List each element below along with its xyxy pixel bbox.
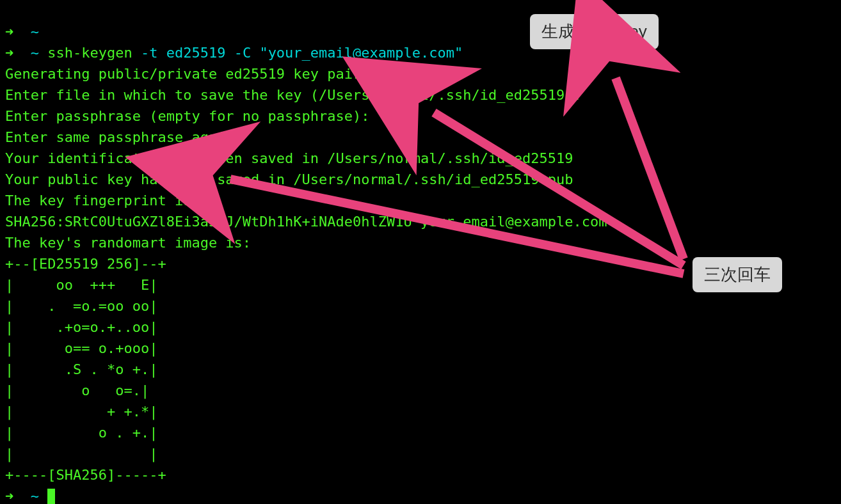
randomart-line: | .+o=o.+..oo| <box>5 319 157 335</box>
annotation-generate-ssh-key: 生成 SSH Key <box>530 14 659 49</box>
randomart-line: +----[SHA256]-----+ <box>5 467 166 483</box>
prompt-line-end: ➜ ~ <box>5 488 55 504</box>
randomart-line: | o== o.+ooo| <box>5 340 157 356</box>
randomart-line: | | <box>5 446 157 462</box>
output-line: Your public key has been saved in /Users… <box>5 171 573 187</box>
prompt-cwd: ~ <box>31 488 39 504</box>
command-name: ssh-keygen <box>47 45 132 61</box>
randomart-line: | .S . *o +.| <box>5 361 157 377</box>
output-line: Enter file in which to save the key (/Us… <box>5 87 582 103</box>
prompt-arrow-icon: ➜ <box>5 488 13 504</box>
randomart-line: | oo +++ E| <box>5 277 157 293</box>
prompt-cwd: ~ <box>31 45 39 61</box>
randomart-line: +--[ED25519 256]--+ <box>5 256 166 272</box>
annotation-press-enter-three-times: 三次回车 <box>693 257 782 292</box>
prompt-arrow-icon: ➜ <box>5 24 13 40</box>
prompt-cwd: ~ <box>31 24 39 40</box>
output-line: Enter passphrase (empty for no passphras… <box>5 108 370 124</box>
randomart-line: | o . +.| <box>5 425 157 441</box>
output-line: Your identification has been saved in /U… <box>5 150 573 166</box>
randomart-line: | o o=.| <box>5 382 149 398</box>
output-line: SHA256:SRtC0UtuGXZl8Ei3a5xJ/WtDh1hK+iNAd… <box>5 214 607 230</box>
output-line: Generating public/private ed25519 key pa… <box>5 66 370 82</box>
command-args: -t ed25519 -C "your_email@example.com" <box>132 45 463 61</box>
output-line: The key's randomart image is: <box>5 235 251 251</box>
cursor-icon <box>47 489 55 504</box>
prompt-line-0: ➜ ~ <box>5 24 39 40</box>
randomart-line: | . =o.=oo oo| <box>5 298 157 314</box>
command-line: ➜ ~ ssh-keygen -t ed25519 -C "your_email… <box>5 45 463 61</box>
output-line: The key fingerprint is: <box>5 193 200 209</box>
output-line: Enter same passphrase again: <box>5 129 243 145</box>
randomart-line: | + +.*| <box>5 404 157 420</box>
prompt-arrow-icon: ➜ <box>5 45 13 61</box>
terminal[interactable]: ➜ ~ ➜ ~ ssh-keygen -t ed25519 -C "your_e… <box>0 0 841 504</box>
